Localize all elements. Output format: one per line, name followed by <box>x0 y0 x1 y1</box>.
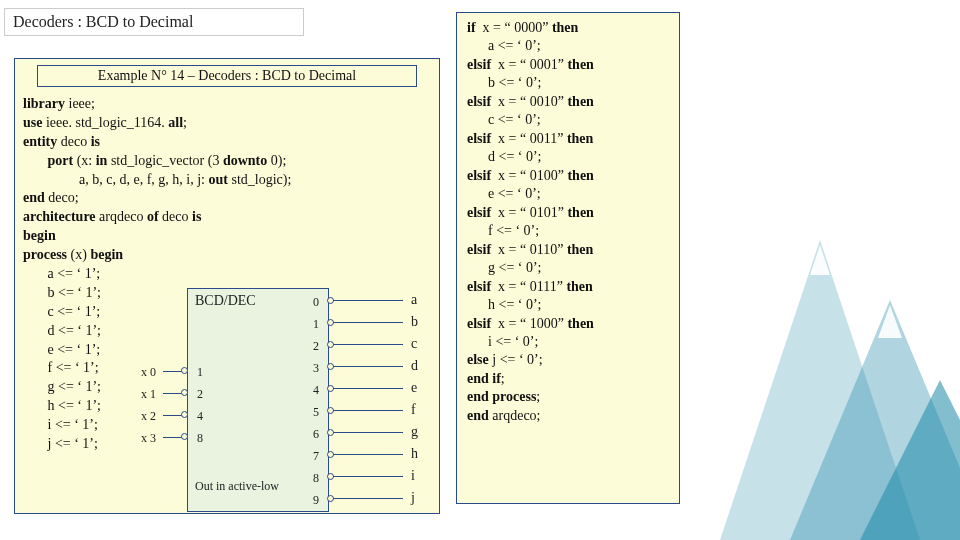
vhdl-code-left: library ieee; use ieee. std_logic_1164. … <box>15 93 439 513</box>
svg-marker-2 <box>860 380 960 540</box>
weight-2: 2 <box>197 386 203 402</box>
out-label-g: g <box>411 423 418 442</box>
diagram-footnote: Out in active-low <box>195 478 315 494</box>
out-num-4: 4 <box>313 382 319 398</box>
svg-marker-0 <box>720 240 920 540</box>
svg-marker-1 <box>790 300 960 540</box>
out-num-1: 1 <box>313 316 319 332</box>
chip-title: BCD/DEC <box>195 292 256 311</box>
input-label-x0: x 0 <box>141 364 156 380</box>
background-mountains <box>680 180 960 540</box>
out-label-c: c <box>411 335 417 354</box>
out-num-2: 2 <box>313 338 319 354</box>
svg-marker-3 <box>810 245 830 275</box>
out-num-0: 0 <box>313 294 319 310</box>
input-label-x3: x 3 <box>141 430 156 446</box>
weight-8: 8 <box>197 430 203 446</box>
out-label-d: d <box>411 357 418 376</box>
out-num-9: 9 <box>313 492 319 508</box>
out-num-6: 6 <box>313 426 319 442</box>
bcd-dec-diagram: BCD/DEC x 0 1 x 1 2 x 2 4 x 3 8 0 a 1 <box>141 288 429 518</box>
out-label-b: b <box>411 313 418 332</box>
out-num-3: 3 <box>313 360 319 376</box>
out-num-5: 5 <box>313 404 319 420</box>
out-label-e: e <box>411 379 417 398</box>
svg-marker-4 <box>878 305 902 338</box>
out-label-f: f <box>411 401 416 420</box>
out-label-h: h <box>411 445 418 464</box>
left-code-box: Example N° 14 – Decoders : BCD to Decima… <box>14 58 440 514</box>
out-label-j: j <box>411 489 415 508</box>
input-label-x1: x 1 <box>141 386 156 402</box>
example-header: Example N° 14 – Decoders : BCD to Decima… <box>37 65 417 87</box>
input-label-x2: x 2 <box>141 408 156 424</box>
page-title: Decoders : BCD to Decimal <box>4 8 304 36</box>
out-label-i: i <box>411 467 415 486</box>
out-label-a: a <box>411 291 417 310</box>
right-code-box: if x = “ 0000” then a <= ‘ 0’; elsif x =… <box>456 12 680 504</box>
weight-4: 4 <box>197 408 203 424</box>
weight-1: 1 <box>197 364 203 380</box>
out-num-7: 7 <box>313 448 319 464</box>
